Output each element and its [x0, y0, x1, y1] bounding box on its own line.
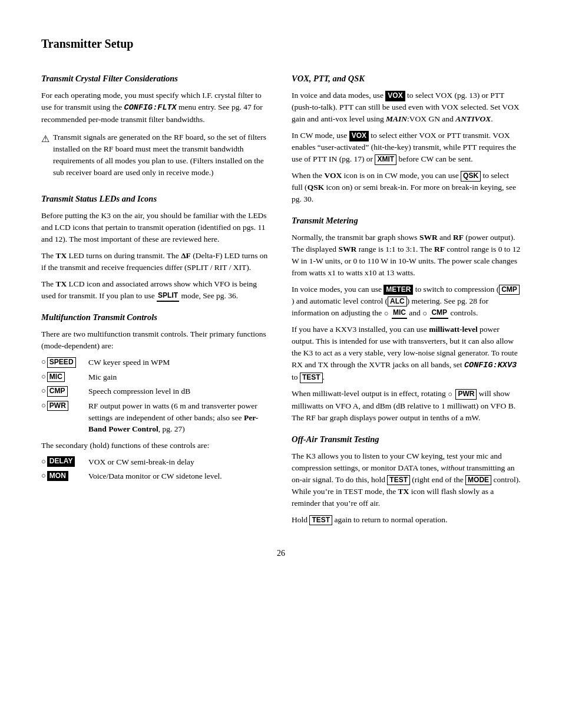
rf-bold-2: RF [434, 245, 445, 253]
mic-label: ○ MIC [41, 371, 88, 383]
tx-offair-bold: TX [398, 487, 409, 496]
knob-icon-delay: ○ [41, 456, 46, 467]
control-mic: ○ MIC Mic gain [41, 371, 270, 383]
control-delay: ○ DELAY VOX or CW semi-break-in delay [41, 456, 270, 468]
control-speed: ○ SPEED CW keyer speed in WPM [41, 357, 270, 368]
warning-text: Transmit signals are generated on the RF… [53, 131, 270, 179]
delay-desc: VOX or CW semi-break-in delay [88, 456, 270, 468]
tx-lcd-bold: TX [55, 279, 67, 288]
knob-icon-mic: ○ [41, 371, 46, 383]
control-mon: ○ MON Voice/Data monitor or CW sidetone … [41, 470, 270, 482]
page: Transmitter Setup Transmit Crystal Filte… [0, 0, 562, 728]
metering-para3: If you have a KXV3 installed, you can us… [292, 324, 521, 383]
mon-label: ○ MON [41, 470, 88, 482]
cmp-desc: Speech compression level in dB [88, 386, 270, 397]
cmp-underline-badge: CMP [430, 308, 448, 319]
section-transmit-status-title: Transmit Status LEDs and Icons [41, 193, 270, 205]
meter-badge: METER [384, 285, 413, 295]
speed-label: ○ SPEED [41, 357, 88, 368]
pwr-badge-meter: PWR [455, 389, 477, 400]
multifunction-para1: There are two multifunction transmit con… [41, 328, 270, 352]
swr-bold-1: SWR [419, 233, 438, 242]
secondary-controls-intro: The secondary (hold) functions of these … [41, 440, 270, 452]
knob-icon-mon: ○ [41, 470, 46, 482]
vox-badge-2: VOX [349, 131, 369, 141]
milliwatt-bold: milliwatt-level [429, 325, 477, 334]
qsk-bold: QSK [308, 183, 325, 192]
primary-controls-list: ○ SPEED CW keyer speed in WPM ○ MIC Mic … [41, 357, 270, 434]
metering-para4: When milliwatt-level output is in effect… [292, 388, 521, 423]
delta-f-bold: ΔF [181, 251, 191, 260]
speed-desc: CW keyer speed in WPM [88, 357, 270, 368]
left-column: Transmit Crystal Filter Considerations F… [41, 63, 270, 530]
alc-badge: ALC [388, 297, 407, 307]
split-badge: SPLIT [157, 291, 179, 302]
section-vox-title: VOX, PTT, and QSK [292, 73, 521, 85]
warning-icon: ⚠ [41, 132, 49, 146]
knob-icon-speed: ○ [41, 357, 46, 368]
xmit-badge: XMIT [375, 154, 396, 165]
pwr-desc: RF output power in watts (6 m and transv… [88, 400, 270, 435]
delay-badge: DELAY [47, 456, 75, 467]
page-title: Transmitter Setup [41, 35, 521, 52]
test-badge-2: TEST [309, 515, 332, 526]
mode-badge: MODE [465, 475, 491, 486]
offair-para2: Hold TEST again to return to normal oper… [292, 514, 521, 526]
knob-pwr-icon: ○ [448, 390, 452, 398]
mic-badge: MIC [47, 372, 65, 383]
antivox-italic: ANTIVOX [455, 114, 491, 123]
offair-para1: The K3 allows you to listen to your CW k… [292, 450, 521, 509]
section-offair-title: Off-Air Transmit Testing [292, 433, 521, 446]
swr-bold-2: SWR [338, 245, 356, 253]
tx-bold: TX [55, 251, 67, 260]
config-kxv3-code: CONFIG:KXV3 [464, 361, 517, 370]
transmit-status-para3: The TX LCD icon and associated arrows sh… [41, 278, 270, 302]
knob-mic-icon: ○ [384, 309, 389, 318]
section-multifunction-title: Multifunction Transmit Controls [41, 311, 270, 324]
control-cmp: ○ CMP Speech compression level in dB [41, 386, 270, 397]
vox-bold: VOX [324, 171, 342, 180]
transmit-status-para1: Before putting the K3 on the air, you sh… [41, 210, 270, 245]
speed-badge: SPEED [47, 357, 76, 368]
qsk-badge: QSK [461, 171, 481, 182]
mon-desc: Voice/Data monitor or CW sidetone level. [88, 470, 270, 482]
rf-bold-1: RF [453, 233, 464, 242]
warning-block: ⚠ Transmit signals are generated on the … [41, 131, 270, 183]
pwr-badge: PWR [47, 401, 68, 411]
vox-para3: When the VOX icon is on in CW mode, you … [292, 170, 521, 205]
vox-para1: In voice and data modes, use VOX to sele… [292, 90, 521, 125]
mic-underline-badge: MIC [392, 308, 407, 319]
two-column-layout: Transmit Crystal Filter Considerations F… [41, 63, 521, 530]
mic-desc: Mic gain [88, 371, 270, 383]
main-vox-italic: MAIN [386, 114, 407, 123]
right-column: VOX, PTT, and QSK In voice and data mode… [292, 63, 521, 530]
vox-badge-1: VOX [385, 91, 405, 101]
knob-icon-pwr: ○ [41, 400, 46, 411]
without-italic: without [441, 463, 465, 472]
test-badge-1: TEST [387, 475, 410, 486]
mon-badge: MON [47, 471, 68, 482]
knob-icon-cmp: ○ [41, 386, 46, 397]
section-metering-title: Transmit Metering [292, 215, 521, 227]
control-pwr: ○ PWR RF output power in watts (6 m and … [41, 400, 270, 435]
section-transmit-crystal-title: Transmit Crystal Filter Considerations [41, 73, 270, 85]
vox-gn-text: :VOX GN [407, 114, 440, 123]
metering-para1: Normally, the transmit bar graph shows S… [292, 232, 521, 279]
secondary-controls-list: ○ DELAY VOX or CW semi-break-in delay ○ … [41, 456, 270, 482]
knob-cmp-icon: ○ [422, 309, 427, 318]
cmp-badge: CMP [47, 386, 68, 397]
transmit-status-para2: The TX LED turns on during transmit. The… [41, 250, 270, 274]
metering-para2: In voice modes, you can use METER to swi… [292, 284, 521, 319]
delay-label: ○ DELAY [41, 456, 88, 467]
pwr-label: ○ PWR [41, 400, 88, 411]
vox-para2: In CW mode, use VOX to select either VOX… [292, 130, 521, 165]
page-number: 26 [41, 548, 521, 559]
config-fltx-code: CONFIG:FLTX [124, 103, 177, 112]
cmp-label: ○ CMP [41, 386, 88, 397]
test-badge-config: TEST [300, 373, 323, 383]
transmit-crystal-para1: For each operating mode, you must specif… [41, 90, 270, 126]
cmp-badge-meter: CMP [499, 285, 520, 295]
